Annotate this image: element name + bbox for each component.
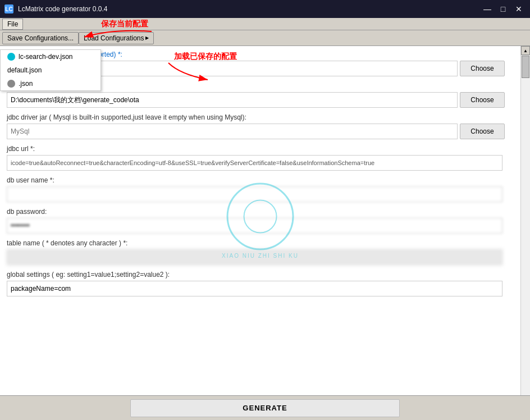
main-content: XIAO NIU ZHI SHI KU ( View template vari…: [0, 46, 520, 395]
db-password-input[interactable]: [7, 218, 502, 234]
scroll-up-arrow[interactable]: ▲: [521, 46, 530, 55]
jdbc-jar-choose-button[interactable]: Choose: [460, 124, 505, 139]
db-user-label: db user name *:: [7, 176, 505, 184]
title-bar-left: LC LcMatrix code generator 0.0.4: [4, 4, 107, 13]
global-settings-input[interactable]: [7, 281, 502, 296]
jdbc-jar-section: jdbc driver jar ( Mysql is built-in supp…: [7, 113, 505, 139]
table-name-section: table name ( * denotes any character ) *…: [7, 239, 505, 265]
dropdown-item-icon-1: [7, 53, 15, 61]
jdbc-url-label: jdbc url *:: [7, 145, 505, 153]
jdbc-url-section: jdbc url *:: [7, 145, 505, 171]
output-dir-input-row: Choose: [7, 92, 505, 108]
table-name-input[interactable]: [7, 249, 502, 265]
jdbc-url-input[interactable]: [7, 155, 502, 171]
submenu-arrow-icon: ▶: [145, 35, 149, 40]
bottom-bar: GENERATE: [0, 395, 530, 420]
template-choose-button[interactable]: Choose: [460, 61, 505, 76]
scroll-thumb[interactable]: [522, 56, 529, 78]
output-choose-button[interactable]: Choose: [460, 92, 505, 108]
load-configurations-dropdown: lc-search-dev.json default.json .json: [0, 49, 101, 91]
maximize-button[interactable]: □: [496, 3, 510, 15]
save-configurations-button[interactable]: Save Configurations...: [2, 32, 79, 44]
menu-bar: File: [0, 18, 530, 30]
window-controls: — □ ✕: [481, 3, 526, 15]
table-name-label: table name ( * denotes any character ) *…: [7, 239, 505, 247]
dropdown-item-label-3: .json: [19, 80, 33, 88]
global-settings-section: global settings ( eg: setting1=value1;se…: [7, 271, 505, 296]
db-password-label: db password:: [7, 208, 505, 216]
load-configurations-button[interactable]: Load Configurations ▶: [79, 32, 153, 44]
dropdown-item-label-2: default.json: [7, 66, 42, 74]
dropdown-item-icon-3: [7, 80, 15, 88]
dropdown-item-lc-search[interactable]: lc-search-dev.json: [1, 50, 100, 63]
dropdown-item-json[interactable]: .json: [1, 77, 100, 90]
dropdown-item-default[interactable]: default.json: [1, 63, 100, 77]
jdbc-jar-input-row: Choose: [7, 124, 505, 139]
app-icon: LC: [4, 4, 13, 13]
load-configurations-label: Load Configurations: [84, 34, 144, 42]
toolbar: Save Configurations... Load Configuratio…: [0, 30, 530, 46]
vertical-scrollbar[interactable]: ▲ ▼: [520, 46, 530, 420]
menu-file[interactable]: File: [2, 19, 23, 30]
db-password-section: db password:: [7, 208, 505, 234]
title-bar: LC LcMatrix code generator 0.0.4 — □ ✕: [0, 0, 530, 18]
app-title: LcMatrix code generator 0.0.4: [18, 5, 107, 13]
jdbc-jar-label: jdbc driver jar ( Mysql is built-in supp…: [7, 113, 505, 121]
close-button[interactable]: ✕: [512, 3, 526, 15]
jdbc-jar-input[interactable]: [7, 124, 458, 139]
global-settings-label: global settings ( eg: setting1=value1;se…: [7, 271, 505, 279]
db-user-input[interactable]: [7, 186, 502, 202]
main-area: XIAO NIU ZHI SHI KU ( View template vari…: [0, 46, 530, 420]
generate-button[interactable]: GENERATE: [130, 399, 400, 417]
minimize-button[interactable]: —: [481, 3, 494, 15]
output-dir-input[interactable]: [7, 92, 458, 108]
db-user-section: db user name *:: [7, 176, 505, 202]
dropdown-item-label-1: lc-search-dev.json: [19, 53, 72, 61]
